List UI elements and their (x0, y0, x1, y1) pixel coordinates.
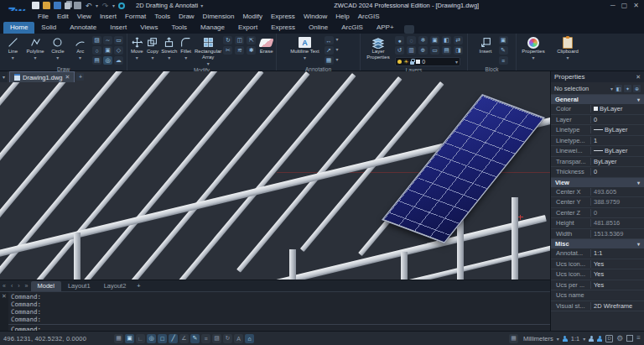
tab-app-plus[interactable]: APP+ (370, 22, 401, 34)
close-icon[interactable]: ✕ (65, 74, 70, 81)
prop-row-ucs-name[interactable]: Ucs name (551, 290, 644, 301)
prop-row-center-x[interactable]: Center X 493.605 (551, 187, 644, 198)
layer-freeze-all-icon[interactable]: ▤ (442, 46, 451, 55)
layer-merge-icon[interactable]: ⊕ (418, 46, 428, 55)
layer-on-icon[interactable]: ● (395, 36, 404, 44)
workspace-icon[interactable] (118, 3, 125, 9)
revision-cloud-icon[interactable]: ☁ (114, 56, 123, 65)
section-view[interactable]: View ▾ (551, 178, 644, 187)
menu-draw[interactable]: Draw (174, 12, 199, 21)
rotate-icon[interactable]: ↻ (223, 36, 232, 44)
linear-dimension-icon[interactable]: ↔ (325, 36, 334, 44)
dynamic-input-icon[interactable]: ✎ (190, 334, 200, 343)
clipboard-button[interactable]: Clipboard ▾ (553, 35, 583, 60)
tab-insert[interactable]: Insert (103, 22, 133, 34)
prop-row-linetype[interactable]: Linetype ByLayer (551, 125, 644, 136)
edit-block-icon[interactable]: ✎ (499, 46, 508, 55)
transparency-icon[interactable]: ▨ (212, 334, 221, 343)
prop-row-visual-style[interactable]: Visual st... 2D Wireframe (551, 301, 644, 312)
workspace-switcher[interactable]: 2D Drafting & Annotati ▾ (132, 1, 207, 10)
region-icon[interactable]: ▣ (103, 46, 112, 55)
snap-icon[interactable]: ▣ (125, 334, 134, 343)
multiline-text-button[interactable]: A Multiline Text ▾ (290, 35, 320, 60)
hatch-icon[interactable]: ▨ (92, 36, 101, 44)
undo-dropdown-icon[interactable]: ▾ (96, 3, 98, 8)
grid-icon[interactable]: ▦ (114, 334, 123, 343)
minimize-button[interactable]: ─ (610, 2, 615, 9)
menu-modify[interactable]: Modify (238, 12, 267, 21)
layer-properties-button[interactable]: Layer Properties (363, 35, 393, 60)
mirror-icon[interactable]: ◫ (235, 36, 244, 44)
section-general[interactable]: General ▾ (551, 95, 644, 104)
menu-help[interactable]: Help (331, 12, 353, 21)
prop-row-width[interactable]: Width 1513.5369 (551, 229, 644, 240)
undo-icon[interactable]: ↶ (85, 2, 92, 9)
command-window-close-icon[interactable]: ✕ (0, 292, 8, 331)
units-dropdown[interactable]: Millimeters (523, 335, 553, 342)
prop-row-annotation-scale[interactable]: Annotat... 1:1 (551, 248, 644, 259)
trim-icon[interactable]: ✂ (223, 46, 232, 55)
menu-file[interactable]: File (34, 12, 53, 21)
prop-row-ucs-per-viewport[interactable]: Ucs per ... Yes (551, 280, 644, 291)
gear-icon[interactable]: ⚙ (616, 335, 623, 342)
menu-view[interactable]: View (73, 12, 96, 21)
layer-freeze-icon[interactable]: ❄ (418, 36, 428, 44)
prop-row-transparency[interactable]: Transpar... ByLayer (551, 157, 644, 168)
move-button[interactable]: Move ▾ (130, 35, 144, 60)
ellipse-icon[interactable]: ○ (92, 46, 101, 55)
otrack-icon[interactable]: ╱ (169, 334, 178, 343)
tab-home[interactable]: Home (3, 22, 34, 34)
layer-isolate-icon[interactable]: ◧ (442, 36, 451, 44)
menu-express[interactable]: Express (267, 12, 299, 21)
maximize-button[interactable]: ▢ (621, 2, 628, 9)
plot-icon[interactable] (74, 2, 81, 9)
menu-insert[interactable]: Insert (96, 12, 121, 21)
prop-row-color[interactable]: Color ByLayer (551, 104, 644, 115)
annotation-visibility-icon[interactable] (589, 336, 594, 342)
close-button[interactable]: ✕ (633, 2, 639, 9)
line-button[interactable]: Line ▾ (3, 35, 23, 60)
last-layout-icon[interactable]: » (23, 283, 31, 289)
prop-row-lineweight[interactable]: Linewei... ByLayer (551, 146, 644, 157)
tab-export[interactable]: Export (231, 22, 264, 34)
lineweight-icon[interactable]: ≡ (201, 334, 210, 343)
tab-express[interactable]: Express (264, 22, 302, 34)
prev-layout-icon[interactable]: ‹ (8, 283, 15, 289)
offset-icon[interactable]: ≋ (235, 46, 244, 55)
polar-tracking-icon[interactable]: ◎ (147, 334, 156, 343)
layer-off-icon[interactable]: ◌ (407, 36, 416, 44)
new-file-icon[interactable] (32, 2, 39, 9)
tab-online[interactable]: Online (302, 22, 335, 34)
osnap-icon[interactable]: □ (158, 334, 167, 343)
toggle-pickadd-icon[interactable]: ⊕ (633, 85, 641, 92)
spline-icon[interactable]: ∼ (103, 36, 112, 44)
menu-tools[interactable]: Tools (150, 12, 174, 21)
stretch-button[interactable]: Stretch ▾ (161, 35, 177, 60)
redo-dropdown-icon[interactable]: ▾ (112, 3, 115, 8)
tab-manage[interactable]: Manage (194, 22, 231, 34)
menu-dimension[interactable]: Dimension (199, 12, 239, 21)
prop-row-thickness[interactable]: Thickness 0 (551, 167, 644, 178)
next-layout-icon[interactable]: › (15, 283, 22, 289)
menu-edit[interactable]: Edit (53, 12, 73, 21)
first-layout-icon[interactable]: « (0, 283, 8, 289)
fullscreen-icon[interactable] (626, 335, 633, 342)
gradient-icon[interactable]: ▤ (92, 56, 101, 65)
block-attributes-icon[interactable]: ≡ (499, 56, 508, 65)
isodraft-icon[interactable]: ⌂ (245, 334, 254, 343)
save-icon[interactable] (54, 2, 61, 9)
command-window[interactable]: ✕ Command: Command: Command: Command: Co… (0, 291, 550, 331)
leader-icon[interactable]: ↗ (325, 46, 334, 55)
layer-lock-icon[interactable]: ▣ (430, 36, 439, 44)
document-tab[interactable]: Drawing1.dwg ✕ (9, 71, 75, 82)
prop-row-center-z[interactable]: Center Z 0 (551, 208, 644, 219)
layer-select-dropdown[interactable]: ☀ 0 ▾ (395, 57, 460, 66)
annotation-monitor-icon[interactable]: A (234, 334, 243, 343)
tab-model[interactable]: Model (31, 281, 61, 291)
circle-button[interactable]: Circle ▾ (48, 35, 69, 60)
create-block-icon[interactable]: ▣ (499, 36, 508, 44)
tab-layout2[interactable]: Layout2 (97, 281, 133, 291)
donut-icon[interactable]: ◎ (103, 56, 112, 65)
tab-solid[interactable]: Solid (34, 22, 63, 34)
select-objects-icon[interactable]: ✦ (624, 85, 631, 92)
